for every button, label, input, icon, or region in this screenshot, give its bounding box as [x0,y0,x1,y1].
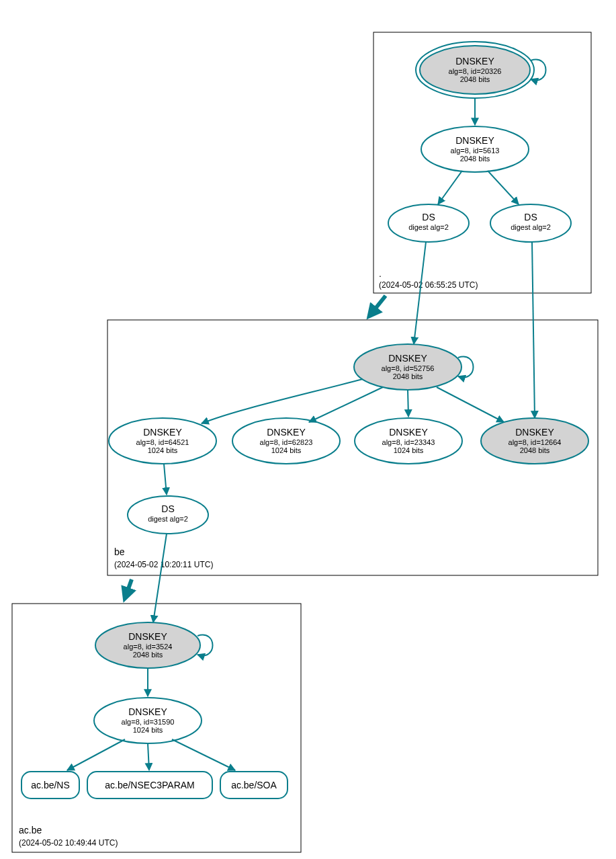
zone-root-label: . [379,268,382,279]
svg-text:alg=8, id=20326: alg=8, id=20326 [449,67,502,75]
svg-text:alg=8, id=31590: alg=8, id=31590 [122,718,175,726]
node-be-k1: DNSKEY alg=8, id=64521 1024 bits [109,418,216,464]
node-root-zsk: DNSKEY alg=8, id=5613 2048 bits [421,126,529,172]
node-root-ds2: DS digest alg=2 [490,204,571,242]
svg-text:1024 bits: 1024 bits [394,446,424,454]
svg-text:digest alg=2: digest alg=2 [511,223,551,231]
svg-text:DNSKEY: DNSKEY [455,56,494,67]
svg-text:2048 bits: 2048 bits [393,372,423,380]
svg-text:digest alg=2: digest alg=2 [148,515,188,523]
svg-text:1024 bits: 1024 bits [271,446,302,454]
rrset-ns: ac.be/NS [21,772,79,799]
svg-text:2048 bits: 2048 bits [520,446,550,454]
svg-text:2048 bits: 2048 bits [460,75,490,83]
svg-text:2048 bits: 2048 bits [133,651,163,659]
svg-text:ac.be/SOA: ac.be/SOA [231,780,277,790]
svg-text:alg=8, id=64521: alg=8, id=64521 [136,438,189,446]
node-ac-zsk: DNSKEY alg=8, id=31590 1024 bits [94,698,202,743]
svg-text:1024 bits: 1024 bits [148,446,178,454]
node-be-ds: DS digest alg=2 [128,496,208,534]
svg-text:DNSKEY: DNSKEY [455,135,494,146]
svg-text:alg=8, id=12664: alg=8, id=12664 [509,438,562,446]
node-root-ksk: DNSKEY alg=8, id=20326 2048 bits [416,42,534,98]
rrset-nsec3param: ac.be/NSEC3PARAM [87,772,212,799]
svg-text:ac.be/NS: ac.be/NS [31,780,70,790]
zone-acbe: ac.be (2024-05-02 10:49:44 UTC) DNSKEY a… [12,534,301,852]
node-be-ksk: DNSKEY alg=8, id=52756 2048 bits [354,344,461,390]
svg-text:alg=8, id=23343: alg=8, id=23343 [382,438,435,446]
zone-acbe-label: ac.be [19,825,42,835]
svg-text:alg=8, id=52756: alg=8, id=52756 [382,364,435,372]
svg-text:ac.be/NSEC3PARAM: ac.be/NSEC3PARAM [105,780,195,790]
node-be-k4: DNSKEY alg=8, id=12664 2048 bits [481,418,588,464]
zone-be: be (2024-05-02 10:20:11 UTC) DNSKEY alg=… [107,242,598,575]
zone-root-timestamp: (2024-05-02 06:55:25 UTC) [379,280,478,290]
svg-text:DNSKEY: DNSKEY [128,631,167,642]
node-root-ds1: DS digest alg=2 [388,204,469,242]
svg-text:DNSKEY: DNSKEY [143,427,182,438]
svg-text:DS: DS [422,212,435,222]
svg-text:DS: DS [524,212,537,222]
node-be-k3: DNSKEY alg=8, id=23343 1024 bits [355,418,462,464]
svg-text:alg=8, id=62823: alg=8, id=62823 [260,438,313,446]
svg-text:DNSKEY: DNSKEY [128,706,167,717]
svg-text:DS: DS [161,503,174,514]
svg-text:alg=8, id=3524: alg=8, id=3524 [124,643,173,651]
zone-be-label: be [114,546,125,557]
zone-acbe-timestamp: (2024-05-02 10:49:44 UTC) [19,838,118,848]
zone-root: . (2024-05-02 06:55:25 UTC) DNSKEY alg=8… [373,32,591,293]
node-ac-ksk: DNSKEY alg=8, id=3524 2048 bits [95,622,200,668]
svg-text:DNSKEY: DNSKEY [389,427,428,438]
dnssec-diagram: . (2024-05-02 06:55:25 UTC) DNSKEY alg=8… [0,0,616,859]
zone-be-timestamp: (2024-05-02 10:20:11 UTC) [114,560,213,569]
svg-text:alg=8, id=5613: alg=8, id=5613 [451,147,500,155]
svg-text:digest alg=2: digest alg=2 [408,223,449,231]
svg-text:2048 bits: 2048 bits [460,155,490,163]
svg-text:1024 bits: 1024 bits [133,726,163,734]
rrset-soa: ac.be/SOA [220,772,288,799]
svg-text:DNSKEY: DNSKEY [388,353,427,364]
svg-text:DNSKEY: DNSKEY [515,427,554,438]
svg-text:DNSKEY: DNSKEY [267,427,306,438]
node-be-k2: DNSKEY alg=8, id=62823 1024 bits [232,418,340,464]
